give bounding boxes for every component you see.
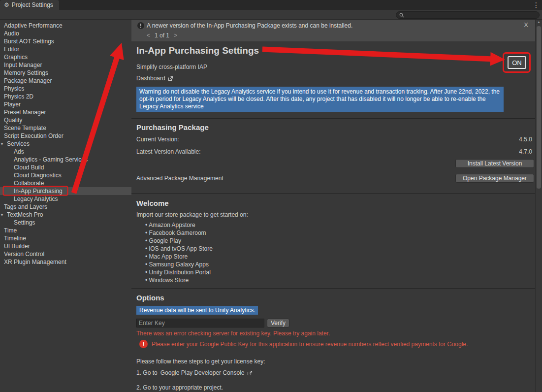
store-list-item: Mac App Store [145,253,213,261]
sidebar-item-label: Settings [14,219,35,226]
step1-prefix: 1. Go to [136,369,158,376]
sidebar-item-label: Version Control [4,251,44,258]
search-input[interactable] [406,12,536,18]
sidebar-item-adaptive-performance[interactable]: Adaptive Performance [0,22,131,30]
sidebar-item-label: Physics 2D [4,93,33,100]
sidebar-item-label: Cloud Diagnostics [14,172,62,179]
error-icon: ! [139,340,148,348]
purchasing-package-heading: Purchasing Package [136,123,209,131]
sidebar-item-cloud-diagnostics[interactable]: Cloud Diagnostics [0,171,131,179]
sidebar-item-audio[interactable]: Audio [0,30,131,37]
pager-next-button[interactable]: > [174,32,177,39]
store-list-item: Facebook Gameroom [145,229,213,237]
external-link-icon [247,370,253,376]
sidebar-item-physics[interactable]: Physics [0,85,131,93]
settings-content: A newer version of the In-App Purchasing… [131,20,535,392]
sidebar-item-label: XR Plugin Management [4,259,66,265]
scroll-up-icon[interactable]: ▲ [537,20,541,24]
sidebar-item-label: Audio [4,30,19,37]
foldout-icon[interactable]: ▼ [0,211,4,219]
sidebar-item-label: Ads [14,148,24,155]
sidebar-item-quality[interactable]: Quality [0,116,131,124]
store-list-item: Windows Store [145,276,213,284]
sidebar-item-ads[interactable]: Ads [0,148,131,156]
toolbar [0,10,542,20]
google-key-input[interactable] [136,319,264,327]
sidebar-item-editor[interactable]: Editor [0,45,131,53]
sidebar-item-version-control[interactable]: Version Control [0,250,131,258]
sidebar-item-label: Cloud Build [14,164,44,171]
verify-button[interactable]: Verify [267,319,289,327]
page-title: In-App Purchasing Settings [136,45,259,56]
sidebar-item-label: Time [4,227,17,234]
sidebar-item-burst-aot-settings[interactable]: Burst AOT Settings [0,37,131,45]
sidebar-item-analytics-gaming-services[interactable]: Analytics - Gaming Services [0,156,131,163]
sidebar-item-xr-plugin-management[interactable]: XR Plugin Management [0,258,131,266]
sidebar-item-graphics[interactable]: Graphics [0,53,131,61]
sidebar-item-input-manager[interactable]: Input Manager [0,61,131,69]
sidebar-item-player[interactable]: Player [0,100,131,108]
sidebar-item-label: Adaptive Performance [4,22,63,29]
foldout-icon[interactable]: ▼ [0,140,4,148]
scrollbar[interactable]: ▲ [535,20,542,392]
notification-pager: < 1 of 1 > [147,32,177,39]
sidebar-item-scene-template[interactable]: Scene Template [0,124,131,132]
scrollbar-thumb[interactable] [537,26,541,189]
google-key-error-text: Please enter your Google Public Key for … [152,341,468,348]
sidebar-item-label: Preset Manager [4,109,46,116]
current-version-value: 4.5.0 [519,136,532,143]
sidebar-item-settings[interactable]: Settings [0,219,131,227]
sidebar-item-memory-settings[interactable]: Memory Settings [0,69,131,77]
advanced-package-management-label: Advanced Package Management [136,175,223,182]
sidebar-item-services[interactable]: ▼Services [0,140,131,148]
store-list-item: Samsung Galaxy Apps [145,261,213,268]
sidebar-item-cloud-build[interactable]: Cloud Build [0,163,131,171]
sidebar-item-ui-builder[interactable]: UI Builder [0,242,131,250]
tab-title: Project Settings [12,1,53,8]
sidebar-item-collaborate[interactable]: Collaborate [0,179,131,187]
notification-icon [137,22,145,30]
license-step-2: 2. Go to your appropriate project. [136,384,223,391]
sidebar-item-label: Analytics - Gaming Services [14,156,88,163]
gear-icon: ⚙ [4,1,9,8]
pager-label: 1 of 1 [155,32,169,39]
external-link-icon [168,76,173,81]
tab-project-settings[interactable]: ⚙ Project Settings [0,0,59,10]
welcome-intro: Import our store package to get started … [136,211,248,218]
sidebar-item-legacy-analytics[interactable]: Legacy Analytics [0,195,131,203]
notification-text: A newer version of the In-App Purchasing… [147,22,352,29]
window-menu-icon[interactable]: ⋮ [533,0,540,9]
sidebar-item-tags-and-layers[interactable]: Tags and Layers [0,203,131,211]
sidebar-item-label: Scene Template [4,125,46,131]
store-list: Amazon AppstoreFacebook GameroomGoogle P… [145,221,213,284]
sidebar-item-label: Timeline [4,235,26,242]
analytics-notice: Revenue data will be sent to Unity Analy… [136,306,258,315]
sidebar-item-label: Input Manager [4,62,42,68]
latest-version-value: 4.7.0 [519,148,532,155]
latest-version-row: Latest Version Available: 4.7.0 [136,148,532,155]
section-divider [131,193,535,194]
sidebar-item-preset-manager[interactable]: Preset Manager [0,108,131,116]
dashboard-link-label: Dashboard [136,75,165,82]
sidebar-item-time[interactable]: Time [0,227,131,234]
sidebar-item-package-manager[interactable]: Package Manager [0,77,131,85]
sidebar-item-script-execution-order[interactable]: Script Execution Order [0,132,131,140]
search-field[interactable] [396,11,540,19]
google-play-console-link[interactable]: Google Play Developer Console [160,369,245,376]
sidebar-list: Adaptive PerformanceAudioBurst AOT Setti… [0,22,131,266]
simplify-iap-label: Simplify cross-platform IAP [136,64,207,70]
sidebar-item-label: Memory Settings [4,69,48,76]
iap-enabled-toggle[interactable]: ON [508,56,526,69]
search-icon [399,13,404,18]
sidebar-item-timeline[interactable]: Timeline [0,234,131,242]
install-latest-version-button[interactable]: Install Latest Version [455,159,534,168]
sidebar-item-physics-2d[interactable]: Physics 2D [0,93,131,100]
sidebar-item-textmesh-pro[interactable]: ▼TextMesh Pro [0,211,131,219]
open-package-manager-button[interactable]: Open Package Manager [455,174,534,183]
store-list-item: Amazon Appstore [145,221,213,229]
sidebar-item-in-app-purchasing[interactable]: In-App Purchasing [0,187,131,195]
options-heading: Options [136,294,164,302]
close-icon[interactable]: X [524,21,528,29]
pager-prev-button[interactable]: < [147,32,150,39]
dashboard-link[interactable]: Dashboard [136,75,173,82]
